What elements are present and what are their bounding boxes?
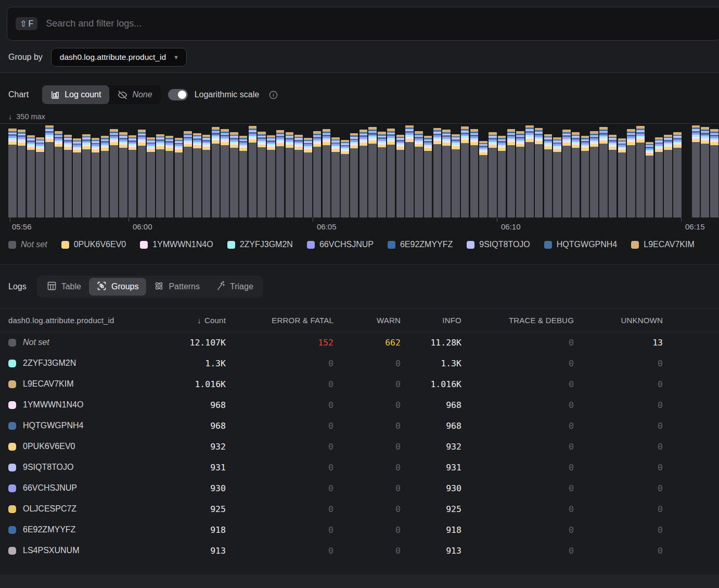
chart-bar[interactable] [618,138,626,218]
table-row[interactable]: 2ZYFJ3GM2N1.3K001.3K00 [0,353,719,374]
chart-bar[interactable] [359,130,368,218]
chart-bar[interactable] [18,130,26,218]
chart-bar[interactable] [562,130,571,218]
table-row[interactable]: OLJCESPC7Z9250092500 [0,498,719,519]
chart-bar[interactable] [572,132,580,218]
chart-bar[interactable] [627,129,635,218]
chart-bar[interactable] [73,138,81,218]
chart-bar[interactable] [304,138,312,218]
chart-bar[interactable] [442,130,451,218]
chart-bar[interactable] [239,136,248,218]
column-header-error-fatal[interactable]: ERROR & FATAL [226,316,333,325]
chart-bar[interactable] [415,131,423,218]
chart-bar[interactable] [221,129,229,218]
legend-item-l9ecav7kim[interactable]: L9ECAV7KIM [631,240,695,249]
info-icon[interactable] [269,91,278,99]
chart-bar[interactable] [636,126,645,218]
chart-bar[interactable] [489,132,497,218]
chart-bar[interactable] [129,135,137,218]
legend-item-2zyfj3gm2n[interactable]: 2ZYFJ3GM2N [227,240,293,249]
chart-bar[interactable] [184,131,192,218]
table-row[interactable]: 6E92ZMYYFZ9180091800 [0,519,719,540]
tab-table[interactable]: Table [39,278,89,296]
chart-bar[interactable] [64,135,72,218]
chart-bar[interactable] [525,125,534,218]
chart-bar[interactable] [110,129,118,218]
chart-bar[interactable] [286,132,294,218]
chart-bar[interactable] [479,141,487,218]
none-button[interactable]: None [109,85,160,104]
chart-bar[interactable] [655,137,663,218]
chart-bar[interactable] [387,129,395,218]
logarithmic-scale-toggle[interactable] [168,89,188,100]
chart-bar[interactable] [452,134,460,218]
legend-item-hqtgwgpnh4[interactable]: HQTGWGPNH4 [544,240,617,249]
legend-item-not-set[interactable]: Not set [8,240,47,249]
chart-bar[interactable] [331,137,340,218]
chart-bar[interactable] [341,140,349,218]
column-header-count[interactable]: ↓ Count [148,316,226,325]
column-header-trace-debug[interactable]: TRACE & DEBUG [461,316,574,325]
chart-bar[interactable] [396,135,405,218]
chart-bar[interactable] [212,127,220,218]
column-header-unknown[interactable]: UNKNOWN [574,316,663,325]
chart-bar[interactable] [101,136,109,218]
chart-bar[interactable] [553,137,561,218]
chart-bar[interactable] [507,129,516,218]
search-input[interactable]: ⇧F Search and filter logs... [7,7,719,41]
column-header-product-id[interactable]: dash0.log.attribute.product_id [8,316,148,325]
chart-bar[interactable] [590,131,598,218]
chart-bar[interactable] [368,127,377,218]
table-row[interactable]: HQTGWGPNH49680096800 [0,415,719,436]
table-row[interactable]: LS4PSXUNUM9130091300 [0,540,719,561]
column-header-warn[interactable]: WARN [333,316,401,325]
chart-bar[interactable] [55,131,63,218]
chart-bar[interactable] [8,129,17,218]
table-row[interactable]: Not set12.107K15266211.28K013 [0,332,719,353]
log-count-button[interactable]: Log count [42,85,109,104]
chart-bar[interactable] [498,136,506,218]
chart-bar[interactable] [433,128,442,218]
chart-bar[interactable] [92,138,100,218]
chart-bar[interactable] [147,137,155,218]
chart-bar[interactable] [165,136,174,218]
column-header-info[interactable]: INFO [401,316,461,325]
chart-bar[interactable] [581,136,589,218]
table-row[interactable]: 0PUK6V6EV09320093200 [0,436,719,457]
chart-bar[interactable] [156,134,164,218]
chart-bar[interactable] [350,133,358,218]
tab-triage[interactable]: Triage [208,278,261,296]
chart-bar[interactable] [138,130,146,218]
chart-bar[interactable] [599,127,608,218]
chart-bar[interactable] [535,128,543,218]
chart-bar[interactable] [193,133,201,218]
legend-item-1ymwwn1n4o[interactable]: 1YMWWN1N4O [140,240,213,249]
chart-bar[interactable] [710,129,718,218]
chart-bar[interactable] [82,134,91,218]
chart-bar[interactable] [119,132,127,218]
legend-item-9siqt8tojo[interactable]: 9SIQT8TOJO [467,240,530,249]
tab-groups[interactable]: Groups [89,278,146,296]
chart-bar[interactable] [45,125,54,218]
group-by-select[interactable]: dash0.log.attribute.product_id ▼ [51,48,187,67]
chart-bar[interactable] [294,135,303,218]
tab-patterns[interactable]: Patterns [146,278,208,296]
chart-bar[interactable] [470,129,479,218]
chart-bar[interactable] [516,131,524,218]
chart-bar[interactable] [405,125,414,218]
chart-bar[interactable] [27,135,35,218]
chart-bar[interactable] [692,125,700,218]
legend-item-0puk6v6ev0[interactable]: 0PUK6V6EV0 [61,240,126,249]
chart-bar[interactable] [267,135,275,218]
chart-bar[interactable] [378,132,386,218]
table-row[interactable]: 1YMWWN1N4O9680096800 [0,394,719,415]
chart-bar[interactable] [202,135,211,218]
legend-item-66vchsjnup[interactable]: 66VCHSJNUP [307,240,374,249]
legend-item-6e92zmyyfz[interactable]: 6E92ZMYYFZ [388,240,453,249]
chart-bar[interactable] [544,134,553,218]
chart-bar[interactable] [276,130,285,218]
table-row[interactable]: 66VCHSJNUP9300093000 [0,478,719,498]
table-row[interactable]: 9SIQT8TOJO9310093100 [0,457,719,478]
table-row[interactable]: L9ECAV7KIM1.016K001.016K00 [0,374,719,394]
chart-bar[interactable] [36,137,44,218]
